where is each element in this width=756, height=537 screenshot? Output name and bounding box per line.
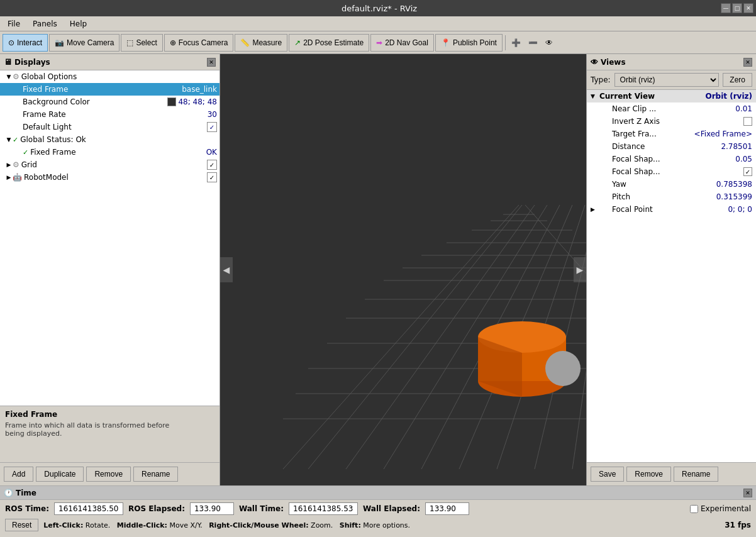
remove-toolbar-button[interactable]: ➖ [525,34,541,52]
focal-point-expander[interactable]: ▶ [591,206,599,213]
views-close-button[interactable]: ✕ [743,58,752,67]
yaw-value: 0.785398 [716,180,752,189]
views-title-row: 👁 Views [591,58,626,67]
views-type-select[interactable]: Orbit (rviz) XY Orbit (rviz) Top-down Or… [614,73,720,87]
move-camera-button[interactable]: 📷 Move Camera [49,34,120,52]
experimental-row: Experimental [690,504,751,513]
time-footer: Reset Left-Click: Rotate. Middle-Click: … [0,518,756,533]
invert-z-label: Invert Z Axis [612,117,743,126]
tree-item-global-status[interactable]: ▼ ✓ Global Status: Ok [0,133,220,146]
default-light-label: Default Light [23,123,207,131]
tree-item-frame-rate[interactable]: Frame Rate 30 [0,108,220,121]
view-row-focal-point[interactable]: ▶ Focal Point 0; 0; 0 [587,203,756,216]
tree-item-robotmodel[interactable]: ▶ 🤖 RobotModel ✓ [0,171,220,184]
add-display-button[interactable]: Add [4,467,33,482]
view-row-invert-z[interactable]: Invert Z Axis [587,115,756,128]
view-toolbar-button[interactable]: 👁 [542,34,556,52]
focus-camera-icon: ⊕ [170,38,176,47]
view-row-focal-shape-1[interactable]: Focal Shap... 0.05 [587,153,756,165]
title-bar: default.rviz* - RViz — □ ✕ [0,0,756,16]
displays-title-row: 🖥 Displays [4,57,50,67]
close-button[interactable]: ✕ [743,3,753,13]
tree-item-background-color[interactable]: Background Color 48; 48; 48 [0,96,220,108]
tree-item-ff-status[interactable]: ✓ Fixed Frame OK [0,146,220,158]
focal-shape1-value: 0.05 [735,155,752,163]
menu-file[interactable]: File [3,18,25,30]
tree-item-global-options[interactable]: ▼ ⚙ Global Options [0,70,220,83]
view-row-near-clip[interactable]: Near Clip ... 0.01 [587,102,756,115]
2d-nav-icon: ➡ [376,38,382,47]
global-status-checkmark: ✓ [13,136,18,144]
viewport[interactable]: ◀ ▶ [220,54,586,485]
expand-global-options[interactable]: ▼ [5,73,13,80]
target-frame-label: Target Fra... [612,130,694,138]
focus-camera-button[interactable]: ⊕ Focus Camera [164,34,234,52]
menu-help[interactable]: Help [65,18,92,30]
view-row-distance[interactable]: Distance 2.78501 [587,140,756,153]
maximize-button[interactable]: □ [732,3,742,13]
add-toolbar-button[interactable]: ➕ [508,34,524,52]
menu-panels[interactable]: Panels [28,18,62,30]
description-title: Fixed Frame [5,410,214,419]
grid-gear-icon: ⚙ [13,160,19,169]
experimental-checkbox[interactable] [690,505,698,513]
views-tree: ▼ Current View Orbit (rviz) Near Clip ..… [587,90,756,462]
expand-global-status[interactable]: ▼ [5,136,13,143]
reset-button[interactable]: Reset [5,519,38,531]
view-row-pitch[interactable]: Pitch 0.315399 [587,191,756,203]
2d-nav-button[interactable]: ➡ 2D Nav Goal [370,34,434,52]
save-view-button[interactable]: Save [591,467,624,482]
interact-button[interactable]: ⊙ Interact [3,34,48,52]
2d-pose-button[interactable]: ↗ 2D Pose Estimate [289,34,369,52]
background-color-swatch [167,97,176,106]
global-options-label: Global Options [21,72,217,81]
publish-point-button[interactable]: 📍 Publish Point [435,34,503,52]
views-zero-button[interactable]: Zero [723,73,752,87]
time-panel: 🕐 Time ✕ ROS Time: 1616141385.50 ROS Ela… [0,485,756,537]
current-view-expander[interactable]: ▼ [591,93,599,99]
tree-item-grid[interactable]: ▶ ⚙ Grid ✓ [0,158,220,171]
duplicate-display-button[interactable]: Duplicate [36,467,84,482]
robotmodel-checkbox[interactable]: ✓ [207,172,217,182]
displays-close-button[interactable]: ✕ [207,58,216,67]
minimize-button[interactable]: — [721,3,731,13]
view-row-focal-shape-2[interactable]: Focal Shap... ✓ [587,165,756,178]
description-panel: Fixed Frame Frame into which all data is… [0,406,220,462]
time-close-button[interactable]: ✕ [743,489,752,497]
frame-rate-label: Frame Rate [23,110,208,119]
rename-view-button[interactable]: Rename [674,467,718,482]
expand-grid[interactable]: ▶ [5,161,13,169]
view-row-target-frame[interactable]: Target Fra... <Fixed Frame> [587,128,756,140]
tree-item-default-light[interactable]: Default Light ✓ [0,121,220,133]
current-view-header[interactable]: ▼ Current View Orbit (rviz) [587,90,756,102]
ff-status-checkmark: ✓ [23,148,28,157]
gear-icon: ⚙ [13,72,19,81]
status-text: Left-Click: Rotate. Middle-Click: Move X… [43,521,410,529]
expand-robotmodel[interactable]: ▶ [5,174,13,181]
select-button[interactable]: ⬚ Select [121,34,162,52]
yaw-label: Yaw [612,180,716,189]
viewport-grid [220,54,586,485]
rename-display-button[interactable]: Rename [133,467,178,482]
views-header: 👁 Views ✕ [587,54,756,70]
toolbar-separator [505,35,506,50]
focal-shape2-checkbox[interactable]: ✓ [743,167,752,176]
svg-rect-0 [220,54,586,485]
distance-value: 2.78501 [721,142,752,151]
viewport-arrow-left[interactable]: ◀ [220,257,233,282]
measure-button[interactable]: 📏 Measure [235,34,287,52]
ff-status-value: OK [206,148,217,157]
focal-point-value: 0; 0; 0 [728,205,752,214]
default-light-checkbox[interactable]: ✓ [207,122,217,132]
remove-view-button[interactable]: Remove [626,467,671,482]
time-title: Time [16,489,36,497]
grid-checkbox[interactable]: ✓ [207,160,217,170]
window-title: default.rviz* - RViz [38,4,721,13]
near-clip-value: 0.01 [735,104,752,113]
tree-item-fixed-frame[interactable]: Fixed Frame base_link [0,83,220,96]
viewport-arrow-right[interactable]: ▶ [574,257,586,282]
remove-display-button[interactable]: Remove [86,467,131,482]
invert-z-checkbox[interactable] [743,117,752,126]
view-row-yaw[interactable]: Yaw 0.785398 [587,178,756,191]
window-controls[interactable]: — □ ✕ [721,3,756,13]
